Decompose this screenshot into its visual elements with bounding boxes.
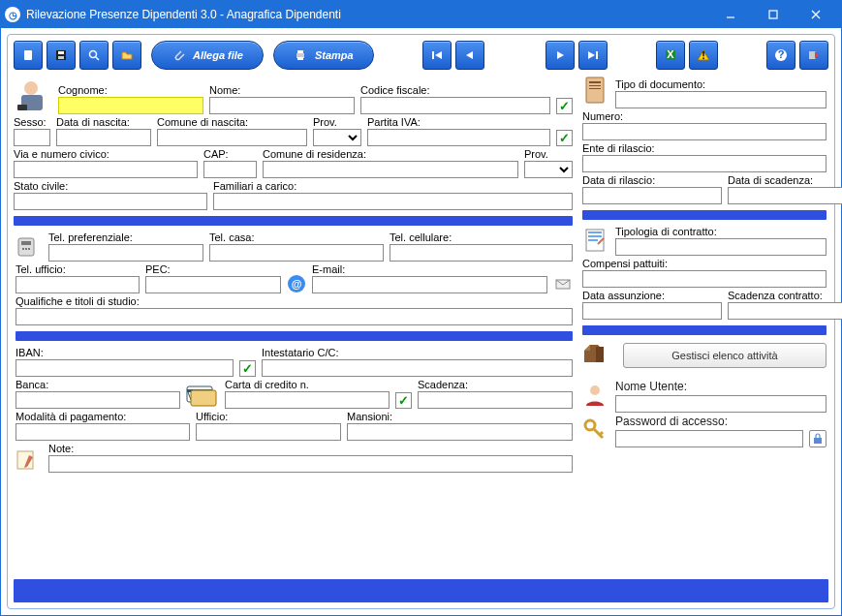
data-nascita-input[interactable] bbox=[56, 129, 151, 146]
new-button[interactable] bbox=[14, 41, 43, 70]
cap-label: CAP: bbox=[203, 148, 257, 160]
familiari-label: Familiari a carico: bbox=[213, 180, 573, 192]
svg-point-27 bbox=[25, 248, 27, 250]
nome-label: Nome: bbox=[209, 84, 355, 96]
banca-input[interactable] bbox=[16, 391, 180, 409]
svg-rect-1 bbox=[769, 11, 777, 18]
compensi-input[interactable] bbox=[582, 270, 826, 288]
comune-nascita-input[interactable] bbox=[157, 129, 307, 146]
qualifiche-input[interactable] bbox=[16, 308, 573, 325]
archive-icon bbox=[582, 341, 617, 370]
maximize-button[interactable] bbox=[752, 1, 795, 28]
next-record-button[interactable] bbox=[546, 41, 575, 70]
pec-input[interactable] bbox=[145, 276, 281, 293]
svg-rect-37 bbox=[586, 77, 604, 103]
nome-input[interactable] bbox=[209, 97, 355, 114]
stato-civile-input[interactable] bbox=[14, 193, 207, 210]
password-input[interactable] bbox=[615, 430, 803, 447]
qualifiche-label: Qualifiche e titoli di studio: bbox=[16, 295, 573, 307]
export-excel-button[interactable]: X bbox=[656, 41, 685, 70]
tel-casa-input[interactable] bbox=[209, 244, 384, 262]
utente-input[interactable] bbox=[615, 395, 826, 413]
prev-record-button[interactable] bbox=[455, 41, 484, 70]
svg-text:@: @ bbox=[292, 278, 302, 290]
data-scad-input[interactable] bbox=[728, 187, 842, 204]
assunzione-input[interactable] bbox=[582, 302, 722, 320]
cc-num-input[interactable] bbox=[225, 391, 390, 409]
piva-valid-check[interactable]: ✓ bbox=[556, 130, 573, 146]
svg-point-28 bbox=[28, 248, 30, 250]
at-icon: @ bbox=[287, 274, 306, 293]
print-button[interactable]: Stampa bbox=[273, 41, 374, 70]
open-folder-button[interactable] bbox=[112, 41, 141, 70]
svg-text:!: ! bbox=[702, 49, 705, 61]
svg-rect-4 bbox=[24, 50, 32, 60]
intestatario-input[interactable] bbox=[262, 359, 573, 377]
iban-label: IBAN: bbox=[16, 347, 234, 358]
ente-input[interactable] bbox=[582, 155, 826, 172]
tipologia-input[interactable] bbox=[615, 238, 826, 256]
note-input[interactable] bbox=[48, 455, 573, 473]
gestisci-attivita-button[interactable]: Gestisci elenco attività bbox=[623, 343, 826, 368]
sesso-input[interactable] bbox=[14, 129, 50, 146]
document-icon bbox=[582, 76, 609, 108]
contract-icon bbox=[582, 227, 609, 256]
mansioni-input[interactable] bbox=[347, 423, 573, 441]
note-icon bbox=[16, 449, 43, 473]
window-title: Rilevazione Presenze Dipendenti 3.0 - An… bbox=[26, 8, 709, 21]
data-ril-input[interactable] bbox=[582, 187, 722, 204]
scad-contratto-input[interactable] bbox=[728, 302, 842, 320]
attach-file-label: Allega file bbox=[193, 49, 243, 61]
svg-rect-40 bbox=[589, 88, 601, 89]
numero-input[interactable] bbox=[582, 123, 826, 140]
familiari-input[interactable] bbox=[213, 193, 573, 210]
send-email-button[interactable] bbox=[553, 274, 573, 293]
attach-file-button[interactable]: Allega file bbox=[151, 41, 264, 70]
search-button[interactable] bbox=[79, 41, 109, 70]
email-label: E-mail: bbox=[312, 263, 547, 275]
first-record-button[interactable] bbox=[422, 41, 452, 70]
tel-pref-input[interactable] bbox=[48, 244, 203, 262]
cc-valid-check[interactable]: ✓ bbox=[395, 392, 412, 409]
comune-res-input[interactable] bbox=[263, 161, 518, 178]
iban-valid-check[interactable]: ✓ bbox=[239, 360, 256, 377]
creditcard-icon: VISA bbox=[186, 385, 219, 409]
help-button[interactable]: ? bbox=[766, 41, 795, 70]
cognome-input[interactable] bbox=[58, 97, 203, 114]
ufficio-input[interactable] bbox=[196, 423, 341, 441]
email-input[interactable] bbox=[312, 276, 547, 293]
tel-uff-input[interactable] bbox=[16, 276, 140, 293]
prov-nascita-select[interactable] bbox=[313, 129, 361, 146]
scadenza-input[interactable] bbox=[418, 391, 573, 409]
close-button[interactable] bbox=[795, 1, 837, 28]
cap-input[interactable] bbox=[203, 161, 257, 178]
piva-input[interactable] bbox=[367, 129, 550, 146]
data-ril-label: Data di rilascio: bbox=[582, 174, 722, 186]
stato-civile-label: Stato civile: bbox=[14, 180, 207, 192]
svg-rect-7 bbox=[58, 56, 64, 59]
tel-casa-label: Tel. casa: bbox=[209, 231, 384, 243]
status-bar bbox=[14, 579, 828, 602]
cf-input[interactable] bbox=[360, 97, 550, 114]
minimize-button[interactable] bbox=[709, 1, 752, 28]
modalita-input[interactable] bbox=[16, 423, 190, 441]
svg-point-26 bbox=[22, 248, 24, 250]
tipo-doc-input[interactable] bbox=[615, 91, 826, 108]
warning-button[interactable]: ! bbox=[689, 41, 718, 70]
via-input[interactable] bbox=[14, 161, 198, 178]
banca-label: Banca: bbox=[16, 379, 180, 390]
last-record-button[interactable] bbox=[578, 41, 608, 70]
exit-button[interactable] bbox=[799, 41, 828, 70]
tel-cell-label: Tel. cellulare: bbox=[390, 231, 573, 243]
tel-cell-input[interactable] bbox=[390, 244, 573, 262]
cf-label: Codice fiscale: bbox=[360, 84, 550, 96]
app-icon: ◷ bbox=[5, 7, 20, 22]
lock-button[interactable] bbox=[809, 430, 826, 447]
cf-valid-check[interactable]: ✓ bbox=[556, 98, 573, 114]
svg-rect-45 bbox=[814, 438, 822, 444]
save-button[interactable] bbox=[47, 41, 76, 70]
iban-input[interactable] bbox=[16, 359, 234, 377]
svg-point-21 bbox=[24, 81, 38, 95]
prov-res-select[interactable] bbox=[524, 161, 573, 178]
toolbar: Allega file Stampa X bbox=[14, 41, 828, 70]
